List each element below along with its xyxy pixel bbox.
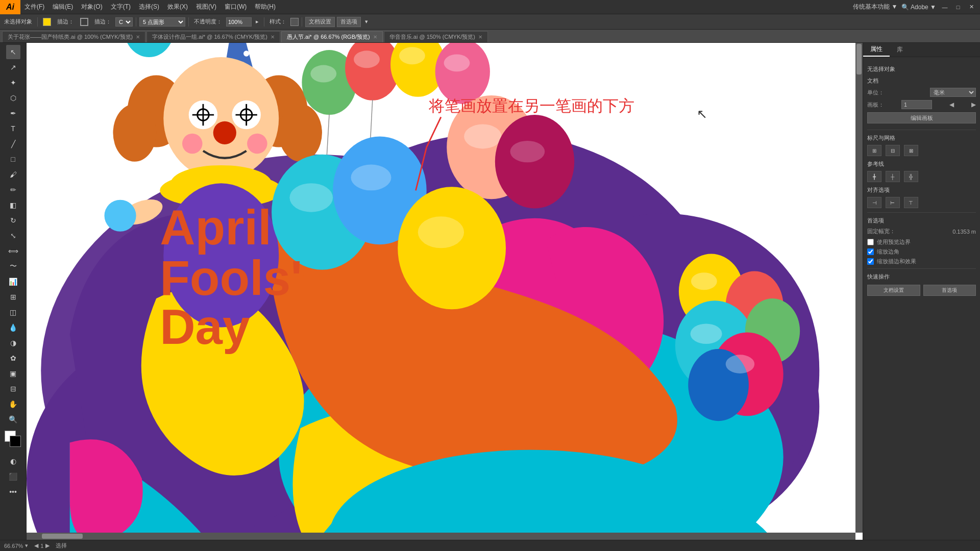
artboard-input[interactable] [901,100,932,109]
tab-2[interactable]: 字体设计作品一组.ai* @ 16.67% (CMYK/预览) ✕ [146,31,280,42]
opacity-stepper[interactable]: ▸ [254,16,261,28]
edit-artboard-btn[interactable]: 编辑画板 [867,112,976,123]
hand-tool[interactable]: ✋ [6,397,20,411]
minimize-button[interactable]: — [940,3,949,12]
page-prev[interactable]: ◀ [34,542,38,549]
quick-doc-settings-btn[interactable]: 文档设置 [867,285,920,296]
fill-color-swatch[interactable] [41,16,53,28]
color-mode-btn[interactable]: ◐ [6,454,20,468]
opacity-input[interactable] [226,17,252,27]
blend-tool[interactable]: ◑ [6,336,20,350]
horizontal-scrollbar-thumb[interactable] [42,534,83,539]
unit-select[interactable]: 毫米 [930,88,976,97]
rules-grids-label: 标尺与网格 [867,134,976,142]
menu-effects[interactable]: 效果(X) [163,0,192,14]
ref-icon-3[interactable]: ╬ [904,171,918,182]
rect-tool[interactable]: □ [6,152,20,166]
pencil-tool[interactable]: ✏ [6,183,20,197]
unit-row: 单位： 毫米 [867,88,976,97]
align-right[interactable]: ⊤ [904,197,918,208]
align-center-h[interactable]: ⊢ [886,197,900,208]
svg-point-13 [243,51,249,56]
menu-window[interactable]: 窗口(W) [220,0,251,14]
rotate-tool[interactable]: ↻ [6,213,20,228]
direct-select-tool[interactable]: ↗ [6,60,20,74]
text-tool[interactable]: T [6,121,20,136]
tab-3[interactable]: 愚人节.ai* @ 66.67% (RGB/预览) ✕ [281,31,383,42]
menu-file[interactable]: 文件(F) [20,0,48,14]
eraser-tool[interactable]: ◧ [6,198,20,212]
tab-close-4[interactable]: ✕ [478,34,482,40]
artboard-arrow-right[interactable]: ▶ [971,101,976,108]
screen-mode-btn[interactable]: ⬛ [6,469,20,484]
align-left[interactable]: ⊣ [867,197,881,208]
symbol-sprayer[interactable]: ✿ [6,351,20,365]
more-tools-btn[interactable]: ••• [6,485,20,499]
menu-help[interactable]: 帮助(H) [251,0,280,14]
style-swatch[interactable] [290,18,299,26]
tab-4[interactable]: 华音音乐.ai @ 150% (CMYK/预览) ✕ [384,31,488,42]
quick-preferences-btn[interactable]: 首选项 [923,285,976,296]
grid-icon-1[interactable]: ⊞ [867,145,881,156]
page-next[interactable]: ▶ [45,542,50,549]
menu-select[interactable]: 选择(S) [135,0,163,14]
svg-point-51 [351,164,391,190]
graph-tool[interactable]: 📊 [6,274,20,289]
magic-wand-tool[interactable]: ✦ [6,76,20,90]
width-tool[interactable]: ⟺ [6,244,20,258]
color-selector[interactable] [3,431,24,449]
warp-tool[interactable]: 〜 [6,259,20,273]
artboard-arrow-left[interactable]: ◀ [949,101,954,108]
extra-tools[interactable]: ▾ [363,16,370,28]
tab-1[interactable]: 关于花张——国产特纸类.ai @ 100% (CMYK/预览) ✕ [2,31,145,42]
mesh-tool[interactable]: ⊞ [6,290,20,304]
panel-tab-library[interactable]: 库 [890,43,910,57]
maximize-button[interactable]: □ [953,3,963,12]
divider-2 [867,212,976,213]
stroke-icon[interactable] [78,16,90,28]
lasso-tool[interactable]: ⬡ [6,91,20,105]
zoom-status[interactable]: 66.67% ▾ [4,542,28,549]
horizontal-scrollbar[interactable] [27,533,855,540]
canvas-area[interactable]: April Fools' Day 将笔画放置在另一笔画的下方 ↖ [27,43,863,540]
menu-view[interactable]: 视图(V) [192,0,220,14]
gradient-tool[interactable]: ◫ [6,305,20,319]
panel-tab-properties[interactable]: 属性 [863,43,890,57]
vertical-scrollbar[interactable] [855,43,863,533]
grid-icon-3[interactable]: ⊠ [904,145,918,156]
panel-tabs: 属性 库 [863,43,980,57]
preview-boundary-checkbox[interactable] [867,239,874,245]
tab-close-1[interactable]: ✕ [136,34,140,40]
ref-icon-1[interactable]: ╋ [867,171,881,182]
arrange-select[interactable]: 5 点圆形 [139,17,185,27]
stroke-select[interactable]: C [115,17,133,27]
line-tool[interactable]: ╱ [6,137,20,151]
artboard-tool[interactable]: ▣ [6,366,20,381]
zoom-tool[interactable]: 🔍 [6,412,20,427]
grid-icon-2[interactable]: ⊟ [886,145,900,156]
vertical-scrollbar-thumb[interactable] [856,44,862,74]
field-width-row: 固定幅宽： 0.1353 m [867,228,976,235]
menu-edit[interactable]: 编辑(E) [48,0,77,14]
first-choice-label: 首选项 [867,217,976,224]
pen-tool[interactable]: ✒ [6,106,20,120]
svg-text:Day: Day [160,299,250,354]
zoom-arrow[interactable]: ▾ [25,542,28,549]
paintbrush-tool[interactable]: 🖌 [6,167,20,182]
scale-tool[interactable]: ⤡ [6,229,20,243]
eyedropper-tool[interactable]: 💧 [6,320,20,335]
menu-text[interactable]: 文字(T) [107,0,135,14]
document-settings-btn[interactable]: 文档设置 [305,17,335,27]
tab-close-2[interactable]: ✕ [271,34,275,40]
menu-object[interactable]: 对象(O) [77,0,106,14]
reference-icons: ╋ ┼ ╬ [867,171,976,182]
scale-corners-checkbox[interactable] [867,248,874,255]
close-button[interactable]: ✕ [967,3,976,12]
ref-icon-2[interactable]: ┼ [886,171,900,182]
background-color[interactable] [10,436,21,447]
tab-close-3[interactable]: ✕ [373,34,377,40]
slice-tool[interactable]: ⊟ [6,382,20,396]
select-tool[interactable]: ↖ [6,45,20,59]
preferences-btn[interactable]: 首选项 [337,17,361,27]
scale-effects-checkbox[interactable] [867,258,874,265]
